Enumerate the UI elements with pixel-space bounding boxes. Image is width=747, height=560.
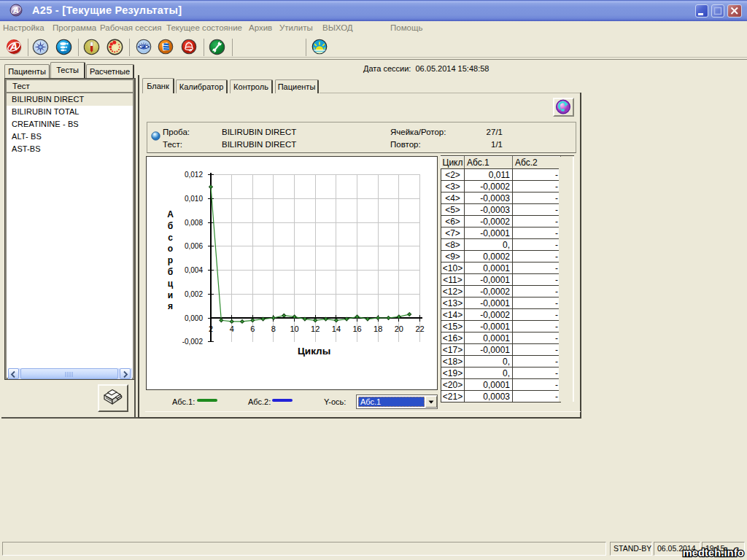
svg-text:0,004: 0,004 bbox=[185, 266, 203, 274]
svg-text:16: 16 bbox=[352, 324, 361, 333]
svg-text:0,000: 0,000 bbox=[185, 314, 203, 322]
svg-text:12: 12 bbox=[311, 324, 320, 333]
svg-text:0,006: 0,006 bbox=[185, 242, 203, 250]
svg-text:0,010: 0,010 bbox=[185, 195, 203, 203]
svg-text:-0,002: -0,002 bbox=[182, 338, 204, 346]
svg-text:0,008: 0,008 bbox=[185, 219, 203, 227]
svg-text:4: 4 bbox=[230, 324, 234, 333]
svg-text:0,002: 0,002 bbox=[185, 290, 203, 298]
svg-text:14: 14 bbox=[332, 324, 341, 333]
svg-text:20: 20 bbox=[395, 324, 403, 333]
svg-text:2: 2 bbox=[209, 324, 213, 333]
svg-text:8: 8 bbox=[271, 324, 276, 333]
svg-text:0,012: 0,012 bbox=[185, 171, 203, 179]
svg-text:medteh.info: medteh.info bbox=[683, 547, 744, 559]
svg-text:6: 6 bbox=[250, 324, 255, 333]
svg-text:18: 18 bbox=[374, 324, 382, 333]
svg-text:22: 22 bbox=[415, 324, 424, 333]
svg-text:10: 10 bbox=[290, 324, 298, 333]
